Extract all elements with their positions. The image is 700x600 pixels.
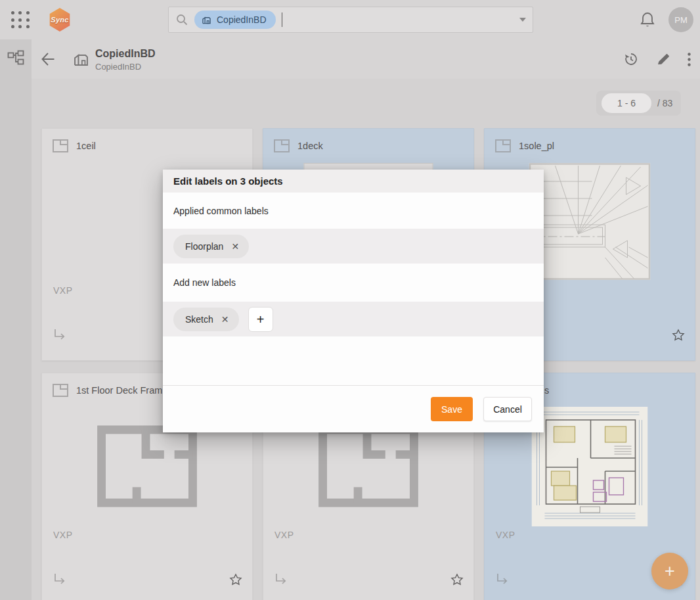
card-title: 1deck bbox=[297, 141, 323, 151]
building-icon bbox=[201, 14, 212, 25]
save-button[interactable]: Save bbox=[431, 397, 473, 421]
page-title: CopiedInBD bbox=[95, 48, 156, 60]
thumbnail-architectural-plan bbox=[532, 407, 648, 526]
card-footer bbox=[274, 572, 464, 587]
more-options-kebab-icon[interactable] bbox=[688, 53, 691, 66]
thumbnail-placeholder-floorplan bbox=[97, 425, 198, 508]
add-object-fab[interactable]: + bbox=[651, 553, 688, 589]
favorite-star-icon[interactable] bbox=[229, 572, 243, 587]
avatar-initials: PM bbox=[674, 15, 688, 25]
card-kebab-icon[interactable] bbox=[680, 141, 686, 152]
sync-logo-text: Sync bbox=[51, 16, 69, 24]
apps-grid-icon[interactable] bbox=[11, 11, 30, 29]
dialog-spacer bbox=[163, 336, 544, 385]
owner-label: VXP bbox=[53, 530, 73, 540]
left-sidebar bbox=[0, 39, 32, 600]
add-label-button[interactable]: + bbox=[248, 307, 273, 332]
card-title: 1sole_pl bbox=[519, 141, 554, 151]
search-input[interactable]: CopiedInBD bbox=[168, 7, 533, 33]
owner-label: VXP bbox=[496, 530, 515, 540]
header-actions bbox=[623, 51, 691, 67]
label-chip-sketch[interactable]: Sketch ✕ bbox=[173, 308, 239, 331]
edit-pencil-icon[interactable] bbox=[656, 52, 670, 66]
thumbnail-stair-plan bbox=[529, 163, 651, 280]
card-header: 1ceil bbox=[42, 129, 252, 152]
new-labels-row: Sketch ✕ + bbox=[163, 302, 544, 336]
page-subtitle: CopiedInBD bbox=[95, 62, 141, 72]
floorplan-icon bbox=[53, 139, 68, 152]
applied-labels-row: Floorplan ✕ bbox=[163, 229, 544, 264]
card-title: 1ceil bbox=[76, 141, 96, 151]
dialog-title: Edit labels on 3 objects bbox=[163, 170, 544, 193]
card-title: s bbox=[544, 385, 549, 396]
owner-label: VXP bbox=[53, 285, 73, 296]
remove-label-icon[interactable]: ✕ bbox=[231, 241, 239, 252]
goto-arrow-icon[interactable] bbox=[495, 572, 510, 587]
goto-arrow-icon[interactable] bbox=[53, 572, 67, 587]
label-chip-text: Floorplan bbox=[185, 241, 223, 252]
remove-label-icon[interactable]: ✕ bbox=[221, 314, 229, 325]
search-scope-chip[interactable]: CopiedInBD bbox=[194, 11, 276, 29]
text-cursor bbox=[282, 12, 283, 27]
favorite-star-icon[interactable] bbox=[450, 572, 464, 587]
page-header: CopiedInBD CopiedInBD bbox=[32, 39, 700, 79]
project-building-icon bbox=[72, 50, 90, 68]
card-header: 1sole_pl bbox=[485, 129, 695, 152]
back-arrow-icon[interactable] bbox=[41, 52, 55, 66]
avatar[interactable]: PM bbox=[668, 7, 693, 32]
cancel-button[interactable]: Cancel bbox=[483, 397, 532, 421]
add-labels-section-label: Add new labels bbox=[163, 264, 544, 302]
pagination-control: 1 - 6 / 83 bbox=[596, 91, 681, 116]
floorplan-icon bbox=[53, 384, 68, 397]
card-title: 1st Floor Deck Fram bbox=[76, 385, 162, 396]
floorplan-icon bbox=[495, 139, 511, 152]
search-icon bbox=[175, 13, 188, 26]
notifications-bell-icon[interactable] bbox=[640, 11, 655, 28]
applied-labels-section-label: Applied common labels bbox=[163, 193, 544, 229]
thumbnail-placeholder-floorplan bbox=[318, 425, 420, 508]
top-app-bar: Sync CopiedInBD PM bbox=[0, 0, 700, 39]
label-chip-text: Sketch bbox=[185, 314, 213, 325]
card-kebab-icon[interactable] bbox=[238, 141, 243, 152]
hierarchy-tree-icon[interactable] bbox=[7, 50, 24, 66]
card-header: 1deck bbox=[263, 129, 473, 152]
owner-label: VXP bbox=[274, 530, 294, 540]
goto-arrow-icon[interactable] bbox=[274, 572, 288, 587]
chevron-down-icon[interactable] bbox=[519, 18, 526, 22]
pagination-range[interactable]: 1 - 6 bbox=[602, 93, 651, 113]
search-chip-label: CopiedInBD bbox=[217, 14, 267, 25]
edit-labels-dialog: Edit labels on 3 objects Applied common … bbox=[163, 170, 544, 432]
card-footer bbox=[53, 572, 243, 587]
floorplan-icon bbox=[274, 139, 290, 152]
history-icon[interactable] bbox=[623, 51, 639, 67]
card-kebab-icon[interactable] bbox=[680, 385, 686, 396]
dialog-footer: Save Cancel bbox=[163, 385, 544, 432]
sync-logo[interactable]: Sync bbox=[49, 8, 71, 32]
card-kebab-icon[interactable] bbox=[459, 141, 464, 152]
favorite-star-icon[interactable] bbox=[671, 328, 686, 342]
label-chip-floorplan[interactable]: Floorplan ✕ bbox=[173, 235, 249, 258]
pagination-total: / 83 bbox=[657, 98, 672, 108]
goto-arrow-icon[interactable] bbox=[53, 328, 67, 342]
